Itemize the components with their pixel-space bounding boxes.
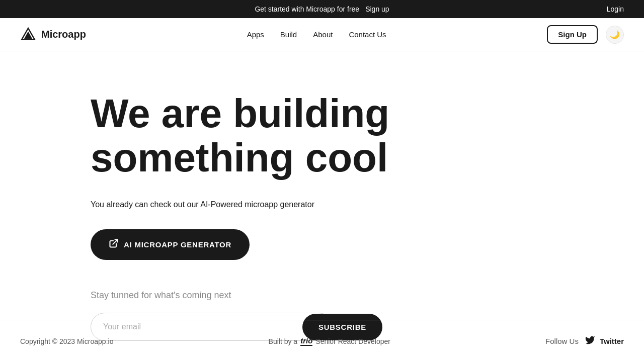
hero-title: We are building something cool xyxy=(91,92,443,180)
nav-about[interactable]: About xyxy=(313,30,333,39)
logo-text: Microapp xyxy=(41,29,86,40)
moon-icon: 🌙 xyxy=(610,30,620,39)
nav-links: Apps Build About Contact Us xyxy=(247,30,386,39)
footer: Copyright © 2023 Microapp.io Built by a … xyxy=(0,320,644,362)
built-by: Built by a trio Senior React Developer xyxy=(269,336,390,346)
main-content: We are building something cool You alrea… xyxy=(0,51,644,362)
hero-subtitle: You already can check out our AI-Powered… xyxy=(91,200,624,209)
follow-us-label: Follow Us xyxy=(545,337,579,345)
twitter-icon xyxy=(585,334,596,348)
cta-label: AI MICROAPP GENERATOR xyxy=(124,240,231,249)
announcement-signup-link[interactable]: Sign up xyxy=(365,5,389,13)
logo[interactable]: Microapp xyxy=(20,27,86,43)
trio-logo: trio xyxy=(300,336,312,346)
stay-tuned-text: Stay tunned for what's coming next xyxy=(91,290,624,301)
twitter-link[interactable]: Twitter xyxy=(585,334,624,348)
cta-button[interactable]: AI MICROAPP GENERATOR xyxy=(91,229,250,260)
follow-us-section: Follow Us Twitter xyxy=(545,334,624,348)
theme-toggle-button[interactable]: 🌙 xyxy=(606,26,624,44)
external-link-icon xyxy=(109,238,119,251)
built-by-suffix: Senior React Developer xyxy=(315,337,390,345)
nav-right: Sign Up 🌙 xyxy=(547,25,624,44)
nav-apps[interactable]: Apps xyxy=(247,30,264,39)
twitter-label: Twitter xyxy=(600,337,624,345)
copyright-text: Copyright © 2023 Microapp.io xyxy=(20,337,113,345)
login-link[interactable]: Login xyxy=(607,5,624,13)
nav-contact[interactable]: Contact Us xyxy=(349,30,386,39)
built-by-prefix: Built by a xyxy=(269,337,298,345)
nav-build[interactable]: Build xyxy=(280,30,297,39)
logo-icon xyxy=(20,27,36,43)
announcement-text: Get started with Microapp for free xyxy=(255,5,359,13)
nav-signup-button[interactable]: Sign Up xyxy=(547,25,598,44)
announcement-bar: Get started with Microapp for free Sign … xyxy=(0,0,644,18)
navbar: Microapp Apps Build About Contact Us Sig… xyxy=(0,18,644,51)
svg-line-2 xyxy=(113,240,117,244)
